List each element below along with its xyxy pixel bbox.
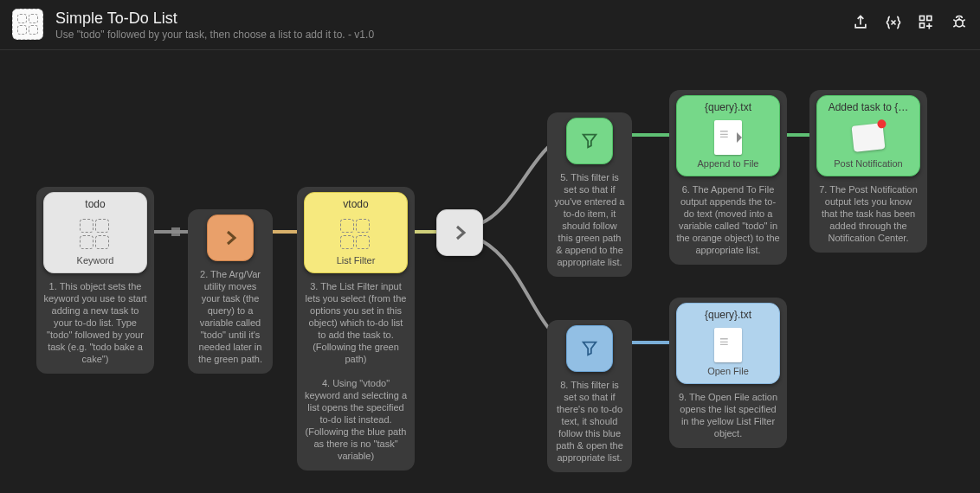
filter-green-card: 5. This filter is set so that if you've … <box>547 112 632 277</box>
file-icon <box>711 328 745 362</box>
listfilter-caption: 3. The List Filter input lets you select… <box>304 273 408 462</box>
toolbar <box>852 9 968 31</box>
post-notif-card: Added task to {… Post Notification 7. Th… <box>809 90 927 253</box>
append-file-object[interactable]: {query}.txt Append to File <box>676 95 780 176</box>
filter-blue-object[interactable] <box>566 325 613 372</box>
workflow-header: Simple To-Do List Use "todo" followed by… <box>0 0 980 50</box>
grid-icon <box>78 217 113 252</box>
grid-icon <box>338 217 373 252</box>
chevron-right-icon <box>449 222 470 243</box>
svg-point-3 <box>956 20 963 27</box>
workflow-canvas[interactable]: todo Keyword 1. This object sets the key… <box>0 50 980 493</box>
notification-icon <box>851 120 886 155</box>
keyword-title: todo <box>44 193 146 212</box>
workflow-icon <box>12 9 43 40</box>
svg-rect-1 <box>920 23 925 28</box>
filter-green-caption: 5. This filter is set so that if you've … <box>554 164 625 268</box>
share-icon[interactable] <box>852 14 869 31</box>
filter-blue-caption: 8. This filter is set so that if there's… <box>554 372 625 464</box>
keyword-caption: 1. This object sets the keyword you use … <box>43 273 147 365</box>
append-file-caption: 6. The Append To File output appends the… <box>676 176 780 256</box>
filter-green-object[interactable] <box>566 118 613 164</box>
open-file-label: Open File <box>677 366 779 378</box>
file-append-icon <box>711 120 745 155</box>
funnel-icon <box>580 131 599 150</box>
argvar-object[interactable] <box>207 214 254 261</box>
post-notif-object[interactable]: Added task to {… Post Notification <box>816 95 920 176</box>
svg-rect-4 <box>171 227 180 236</box>
argvar-caption: 2. The Arg/Var utility moves your task (… <box>195 261 266 365</box>
open-file-caption: 9. The Open File action opens the list s… <box>676 384 780 439</box>
open-file-card: {query}.txt Open File 9. The Open File a… <box>669 298 787 448</box>
open-file-title: {query}.txt <box>677 304 779 323</box>
filter-blue-card: 8. This filter is set so that if there's… <box>547 320 632 472</box>
grid-plus-icon[interactable] <box>918 14 935 31</box>
append-file-title: {query}.txt <box>677 96 779 115</box>
listfilter-object[interactable]: vtodo List Filter <box>304 192 408 273</box>
workflow-title: Simple To-Do List <box>55 9 852 28</box>
open-file-object[interactable]: {query}.txt Open File <box>676 303 780 384</box>
post-notif-label: Post Notification <box>817 158 919 170</box>
post-notif-title: Added task to {… <box>817 96 919 115</box>
braces-x-icon[interactable] <box>885 14 902 31</box>
chevron-right-icon <box>220 227 241 248</box>
append-file-label: Append to File <box>677 158 779 170</box>
keyword-card: todo Keyword 1. This object sets the key… <box>36 187 154 374</box>
keyword-object[interactable]: todo Keyword <box>43 192 147 273</box>
svg-rect-2 <box>927 16 932 21</box>
listfilter-card: vtodo List Filter 3. The List Filter inp… <box>297 187 415 471</box>
bug-icon[interactable] <box>951 14 968 31</box>
argvar-card: 2. The Arg/Var utility moves your task (… <box>188 209 273 374</box>
append-file-card: {query}.txt Append to File 6. The Append… <box>669 90 787 265</box>
splitter[interactable] <box>436 209 483 256</box>
keyword-label: Keyword <box>44 255 146 267</box>
listfilter-label: List Filter <box>305 255 407 267</box>
funnel-icon <box>580 339 599 358</box>
svg-rect-0 <box>920 16 925 21</box>
listfilter-title: vtodo <box>305 193 407 212</box>
workflow-subtitle: Use "todo" followed by your task, then c… <box>55 28 852 42</box>
post-notif-caption: 7. The Post Notification output lets you… <box>816 176 920 244</box>
